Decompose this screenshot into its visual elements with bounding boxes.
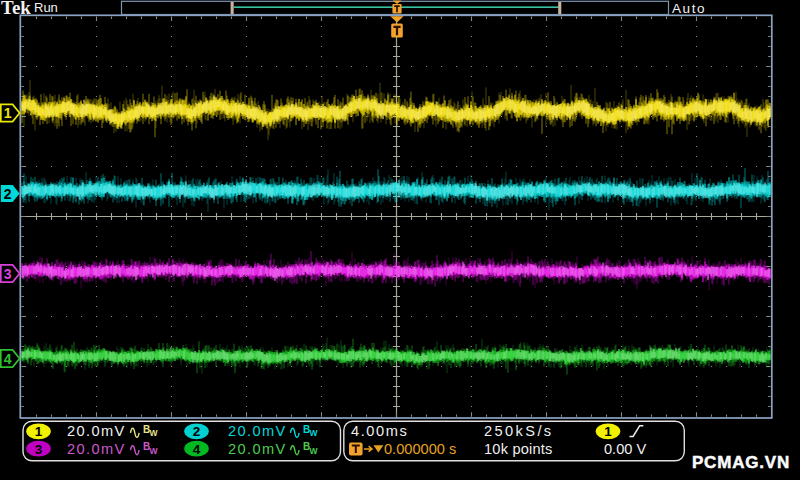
svg-text:W: W bbox=[310, 428, 319, 438]
svg-text:1: 1 bbox=[604, 424, 612, 439]
svg-text:Run: Run bbox=[34, 0, 58, 15]
svg-text:0.00 V: 0.00 V bbox=[604, 441, 646, 457]
svg-text:1: 1 bbox=[35, 424, 43, 439]
svg-text:W: W bbox=[150, 446, 159, 456]
svg-text:W: W bbox=[150, 428, 159, 438]
svg-text:20.0mV: 20.0mV bbox=[228, 441, 287, 457]
svg-text:2: 2 bbox=[193, 424, 201, 439]
svg-text:20.0mV: 20.0mV bbox=[67, 441, 126, 457]
svg-text:Auto: Auto bbox=[672, 1, 706, 16]
svg-text:20.0mV: 20.0mV bbox=[67, 423, 126, 439]
svg-text:20.0mV: 20.0mV bbox=[228, 423, 287, 439]
svg-text:3: 3 bbox=[35, 442, 43, 457]
svg-text:Tek: Tek bbox=[1, 0, 31, 18]
svg-text:4: 4 bbox=[193, 442, 201, 457]
svg-text:3: 3 bbox=[4, 266, 12, 282]
svg-text:W: W bbox=[310, 446, 319, 456]
svg-text:PCMAG.VN: PCMAG.VN bbox=[692, 453, 790, 472]
svg-text:4: 4 bbox=[4, 351, 12, 367]
svg-text:2: 2 bbox=[4, 186, 12, 202]
svg-text:1: 1 bbox=[4, 105, 12, 121]
svg-text:4.00ms: 4.00ms bbox=[351, 423, 408, 439]
svg-text:0.000000 s: 0.000000 s bbox=[384, 441, 456, 457]
svg-text:250kS/s: 250kS/s bbox=[484, 423, 554, 439]
svg-text:10k points: 10k points bbox=[484, 441, 553, 457]
